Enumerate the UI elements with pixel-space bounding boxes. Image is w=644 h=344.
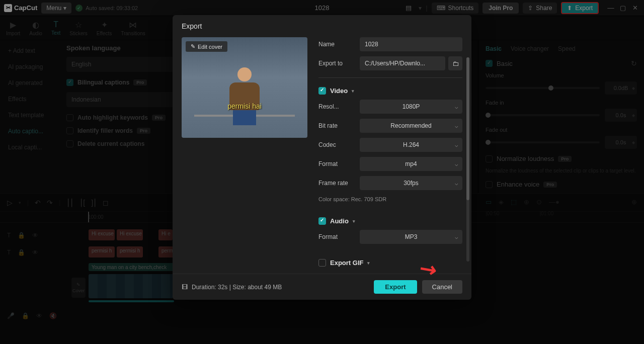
modal-export-button[interactable]: Export (374, 280, 417, 294)
film-icon: 🎞 (182, 284, 188, 291)
export-duration: 🎞Duration: 32s | Size: about 49 MB (182, 284, 282, 291)
modal-title: Export (173, 15, 471, 37)
audio-format-select[interactable]: MP3 (360, 230, 462, 244)
collapse-icon: ▾ (353, 219, 355, 224)
pencil-icon: ✎ (191, 43, 195, 50)
video-export-checkbox[interactable] (318, 87, 326, 95)
collapse-icon: ▾ (352, 89, 354, 94)
modal-scrollbar[interactable] (466, 57, 469, 262)
resolution-select[interactable]: 1080P (360, 100, 462, 114)
export-modal-overlay: Export permisi hai ✎Edit cover Name (0, 0, 644, 344)
preview-caption: permisi hai (227, 102, 262, 110)
export-modal: Export permisi hai ✎Edit cover Name (173, 15, 471, 300)
framerate-select[interactable]: 30fps (360, 176, 462, 190)
browse-folder-button[interactable]: 🗀 (448, 56, 462, 70)
audio-export-checkbox[interactable] (318, 217, 326, 225)
export-path-input[interactable] (360, 56, 445, 70)
format-select[interactable]: mp4 (360, 157, 462, 171)
codec-select[interactable]: H.264 (360, 138, 462, 152)
collapse-icon: ▾ (367, 261, 370, 266)
bitrate-select[interactable]: Recommended (360, 119, 462, 133)
gif-export-checkbox[interactable] (318, 259, 326, 267)
color-space-hint: Color space: Rec. 709 SDR (318, 196, 462, 202)
folder-icon: 🗀 (452, 60, 459, 67)
export-name-input[interactable] (360, 37, 462, 51)
cover-preview: permisi hai ✎Edit cover (182, 37, 307, 138)
edit-cover-button[interactable]: ✎Edit cover (186, 41, 227, 52)
